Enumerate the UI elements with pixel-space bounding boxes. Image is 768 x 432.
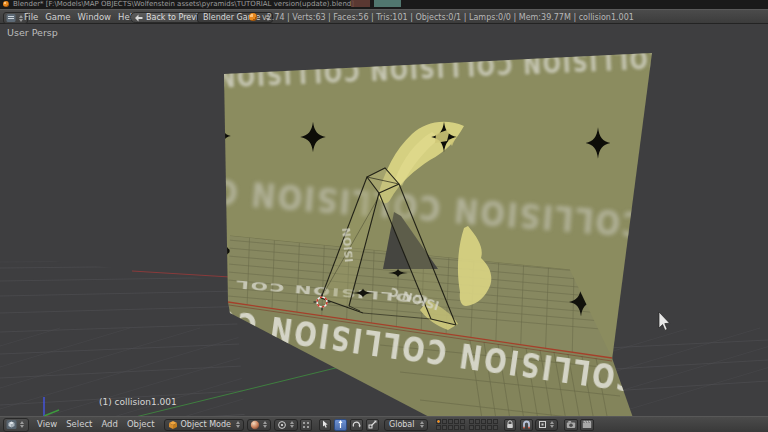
layer-cell[interactable] (469, 419, 474, 424)
layer-cell[interactable] (436, 425, 441, 430)
manipulator-toggle-button[interactable] (319, 419, 331, 431)
layer-cell[interactable] (487, 425, 492, 430)
shading-sphere-icon (250, 420, 260, 430)
window-title: Blender* [F:\Models\MAP OBJECTS\Wolfenst… (13, 1, 354, 8)
layer-cell[interactable] (469, 425, 474, 430)
layer-cell[interactable] (481, 425, 486, 430)
blender-logo-icon (249, 13, 257, 21)
object-mode-cube-icon (168, 420, 178, 430)
viewport-area[interactable]: COLLISION COLLISION COLLISION COLLISION … (0, 24, 768, 416)
snap-element-icon (538, 420, 547, 429)
scale-icon (368, 420, 377, 429)
dropdown-arrows-icon (418, 421, 426, 428)
pointer-hand-icon (321, 420, 329, 429)
info-menus: File Game Window Help (24, 13, 137, 22)
view3d-editor-icon (6, 419, 17, 430)
layer-cell[interactable] (481, 419, 486, 424)
overlay-artifact-teal (374, 0, 401, 7)
layer-cell[interactable] (454, 425, 459, 430)
layers-group (436, 419, 465, 430)
opengl-render-button[interactable] (564, 419, 578, 431)
view-name-label: User Persp (7, 27, 58, 38)
layer-cell[interactable] (475, 419, 480, 424)
dropdown-arrows-icon (234, 421, 242, 428)
editor-type-button[interactable] (3, 418, 29, 432)
active-object-label: (1) collision1.001 (99, 397, 177, 407)
layer-cell[interactable] (436, 419, 441, 424)
layer-cell[interactable] (487, 419, 492, 424)
pivot-align-icon (302, 421, 310, 429)
pivot-align-toggle[interactable] (300, 419, 312, 431)
scene-lock-button[interactable] (504, 419, 516, 431)
window-title-bar: Blender* [F:\Models\MAP OBJECTS\Wolfenst… (0, 0, 768, 9)
mode-select-value: Object Mode (181, 420, 231, 429)
layers-widget (436, 419, 498, 430)
orientation-select-value: Global (389, 420, 415, 429)
translate-icon (336, 420, 345, 429)
opengl-render-anim-button[interactable] (580, 419, 594, 431)
info-header: File Game Window Help Back to Previous B… (0, 9, 768, 24)
layers-group (469, 419, 498, 430)
overlay-artifact-red (351, 0, 370, 7)
render-animation-icon (582, 420, 592, 429)
menu-object[interactable]: Object (127, 420, 155, 429)
translate-manipulator-button[interactable] (334, 419, 347, 431)
mode-select[interactable]: Object Mode (164, 419, 244, 431)
dropdown-arrows-icon (548, 421, 556, 428)
magnet-icon (522, 420, 531, 429)
view3d-menus: View Select Add Object (37, 420, 155, 429)
viewport-shading-select[interactable] (247, 419, 271, 431)
dropdown-arrows-icon (288, 421, 296, 428)
layer-cell[interactable] (460, 419, 465, 424)
rotate-manipulator-button[interactable] (350, 419, 363, 431)
info-editor-icon (6, 13, 16, 23)
layer-cell[interactable] (442, 425, 447, 430)
dropdown-arrows-icon (18, 421, 26, 428)
menu-view[interactable]: View (37, 420, 57, 429)
snap-toggle-button[interactable] (520, 419, 533, 431)
snap-element-select[interactable] (535, 419, 558, 431)
layer-cell[interactable] (475, 425, 480, 430)
menu-file[interactable]: File (24, 13, 38, 22)
menu-select[interactable]: Select (66, 420, 92, 429)
pivot-point-icon (277, 420, 287, 430)
layer-cell[interactable] (460, 425, 465, 430)
menu-game[interactable]: Game (45, 13, 70, 22)
view3d-header: View Select Add Object Object Mode (0, 416, 768, 432)
layer-cell[interactable] (493, 419, 498, 424)
layer-cell[interactable] (493, 425, 498, 430)
back-arrow-icon (134, 14, 143, 22)
viewport-3d[interactable]: COLLISION COLLISION COLLISION COLLISION … (0, 24, 768, 416)
layer-cell[interactable] (448, 419, 453, 424)
scene-statistics: v2.74 | Verts:63 | Faces:56 | Tris:101 |… (262, 14, 634, 22)
layer-cell[interactable] (448, 425, 453, 430)
lock-icon (506, 420, 514, 429)
manipulator-buttons (317, 419, 379, 431)
menu-add[interactable]: Add (101, 420, 117, 429)
orientation-select[interactable]: Global (384, 419, 428, 431)
layer-cell[interactable] (442, 419, 447, 424)
blender-logo-icon (3, 1, 9, 7)
menu-window[interactable]: Window (78, 13, 112, 22)
layer-cell[interactable] (454, 419, 459, 424)
pivot-point-select[interactable] (274, 419, 298, 431)
dropdown-arrows-icon (261, 421, 269, 428)
scale-manipulator-button[interactable] (366, 419, 379, 431)
render-camera-icon (566, 420, 576, 429)
rotate-icon (352, 420, 361, 429)
